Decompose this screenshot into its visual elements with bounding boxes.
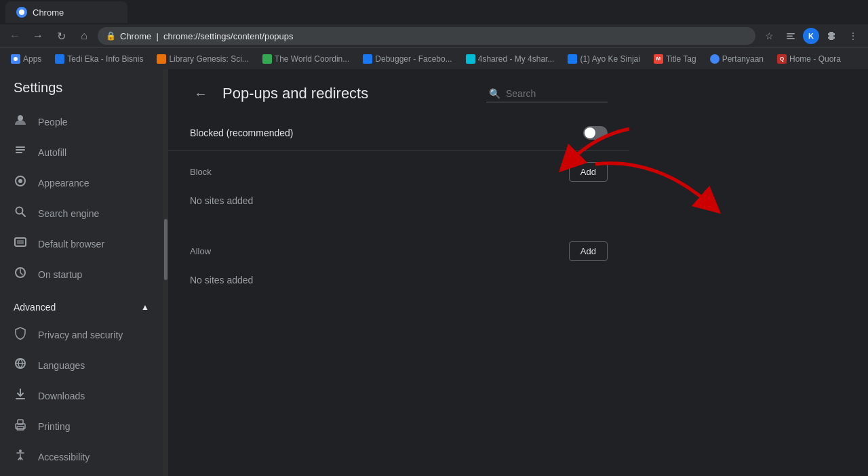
block-section-label: Block [190,167,212,177]
allow-add-button[interactable]: Add [569,241,608,261]
svg-point-4 [14,57,18,61]
bookmark-debugger[interactable]: Debugger - Facebo... [357,53,457,65]
content-search-wrap[interactable]: 🔍 [486,85,608,102]
profile-avatar[interactable]: K [803,28,819,44]
settings-heading: Settings [0,69,163,106]
sidebar-item-languages[interactable]: Languages [0,350,163,380]
advanced-chevron-icon: ▲ [141,302,149,312]
bookmark-4shared-label: 4shared - My 4shar... [478,54,555,64]
svg-point-5 [18,115,23,121]
svg-point-11 [16,207,23,214]
extensions-icon[interactable] [822,26,841,45]
sidebar-languages-label: Languages [38,360,85,371]
sidebar-item-appearance[interactable]: Appearance [0,167,163,198]
sidebar-privacy-label: Privacy and security [38,330,123,340]
sidebar-appearance-label: Appearance [38,178,90,189]
svg-point-0 [19,9,24,15]
sidebar-autofill-label: Autofill [38,147,66,158]
privacy-icon [14,326,27,343]
block-section-header: Block Add [190,151,608,187]
sidebar-downloads-label: Downloads [38,391,85,401]
sidebar-default-browser-label: Default browser [38,239,104,250]
sidebar-on-startup-label: On startup [38,269,82,280]
search-engine-icon [14,205,27,222]
svg-rect-6 [16,146,25,148]
printing-icon [14,418,27,435]
reload-button[interactable]: ↻ [52,26,71,45]
svg-rect-18 [16,398,25,399]
address-bar[interactable]: 🔒 Chrome | chrome://settings/content/pop… [98,27,755,45]
sidebar-item-accessibility[interactable]: Accessibility [0,441,163,472]
default-browser-icon [14,235,27,252]
sidebar-item-downloads[interactable]: Downloads [0,380,163,411]
bookmark-quora-label: Home - Quora [789,54,841,64]
bookmark-world[interactable]: The World Coordin... [257,53,355,65]
blocked-recommended-label: Blocked (recommended) [190,127,294,138]
home-button[interactable]: ⌂ [75,26,94,45]
bookmark-ayo[interactable]: (1) Ayo Ke Sinjai [562,53,646,65]
allow-section: Allow Add No sites added [168,231,629,299]
sidebar-item-system[interactable]: System [0,472,163,476]
block-empty-message: No sites added [190,187,608,220]
sidebar-item-autofill[interactable]: Autofill [0,137,163,167]
bookmark-titletag[interactable]: M Title Tag [648,53,702,65]
content-title: Pop-ups and redirects [222,85,475,102]
people-icon [14,113,27,130]
tab-search-icon[interactable] [781,26,800,45]
autofill-icon [14,144,27,161]
back-button[interactable]: ← [5,26,24,45]
bookmark-ayo-label: (1) Ayo Ke Sinjai [580,54,640,64]
sidebar-item-default-browser[interactable]: Default browser [0,229,163,259]
blocked-toggle[interactable] [583,126,608,140]
block-section: Block Add No sites added [168,151,629,220]
sidebar-accessibility-label: Accessibility [38,452,90,462]
svg-point-10 [18,179,22,183]
allow-empty-message: No sites added [190,266,608,299]
svg-rect-7 [16,149,25,151]
bookmark-pertanyaan-label: Pertanyaan [722,54,764,64]
sidebar-printing-label: Printing [38,421,70,432]
bookmark-libgen[interactable]: Library Genesis: Sci... [151,53,254,65]
allow-section-label: Allow [190,246,211,256]
tab-title: Chrome [33,7,64,18]
content-back-button[interactable]: ← [190,83,212,104]
svg-rect-14 [17,240,24,244]
more-menu-icon[interactable]: ⋮ [844,26,863,45]
languages-icon [14,357,27,374]
bookmark-tedi[interactable]: Tedi Eka - Info Bisnis [50,53,149,65]
sidebar-item-people[interactable]: People [0,106,163,137]
bookmark-icon[interactable]: ☆ [760,26,778,45]
accessibility-icon [14,448,27,465]
svg-rect-2 [787,36,793,37]
content-search-input[interactable] [503,87,605,100]
sidebar-item-privacy[interactable]: Privacy and security [0,319,163,350]
forward-button[interactable]: → [28,26,47,45]
bookmark-tedi-label: Tedi Eka - Info Bisnis [67,54,143,64]
bookmark-libgen-label: Library Genesis: Sci... [169,54,248,64]
downloads-icon [14,387,27,404]
svg-point-22 [19,450,22,452]
sidebar-scrollbar[interactable] [164,219,167,280]
bookmark-apps-label: Apps [23,54,41,64]
svg-rect-1 [787,33,795,35]
bookmark-4shared[interactable]: 4shared - My 4shar... [460,53,560,65]
advanced-label: Advanced [14,302,56,313]
sidebar-item-printing[interactable]: Printing [0,411,163,441]
bookmark-debugger-label: Debugger - Facebo... [375,54,452,64]
block-add-button[interactable]: Add [569,162,608,182]
svg-rect-3 [787,38,795,39]
advanced-section-header[interactable]: Advanced ▲ [0,295,163,319]
content-area: ← Pop-ups and redirects 🔍 Blocked (recom… [168,69,868,476]
bookmark-pertanyaan[interactable]: Pertanyaan [705,53,769,65]
sidebar-search-label: Search engine [38,208,99,219]
bookmark-quora[interactable]: Q Home - Quora [772,53,846,65]
security-icon: 🔒 [106,31,116,41]
sidebar-item-on-startup[interactable]: On startup [0,259,163,290]
svg-rect-8 [16,152,22,153]
bookmarks-bar: Apps Tedi Eka - Info Bisnis Library Gene… [0,47,868,69]
settings-sidebar: Settings People Autofill Appearance Sear… [0,69,163,476]
active-tab[interactable]: Chrome [5,1,127,23]
sidebar-item-search[interactable]: Search engine [0,198,163,229]
address-text: Chrome | chrome://settings/content/popup… [120,31,294,41]
bookmark-apps[interactable]: Apps [5,53,47,65]
